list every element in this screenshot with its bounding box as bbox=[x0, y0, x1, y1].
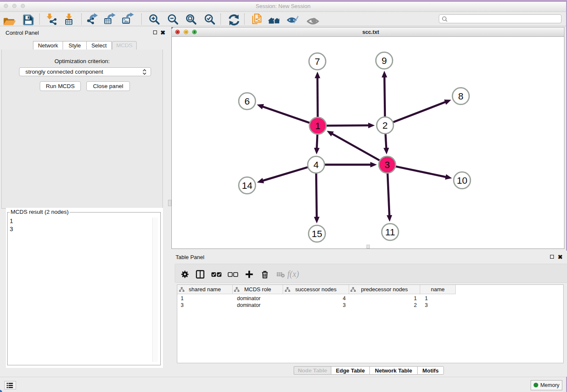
svg-text:4: 4 bbox=[314, 160, 319, 170]
svg-text:8: 8 bbox=[458, 91, 464, 102]
svg-text:7: 7 bbox=[315, 56, 320, 67]
svg-text:15: 15 bbox=[311, 229, 322, 239]
svg-text:3: 3 bbox=[385, 160, 390, 170]
svg-text:1: 1 bbox=[315, 121, 321, 131]
svg-text:9: 9 bbox=[382, 55, 387, 66]
svg-text:11: 11 bbox=[385, 227, 395, 237]
svg-text:6: 6 bbox=[245, 96, 250, 107]
svg-text:2: 2 bbox=[383, 120, 388, 131]
svg-text:14: 14 bbox=[242, 180, 252, 191]
svg-text:10: 10 bbox=[457, 175, 467, 186]
